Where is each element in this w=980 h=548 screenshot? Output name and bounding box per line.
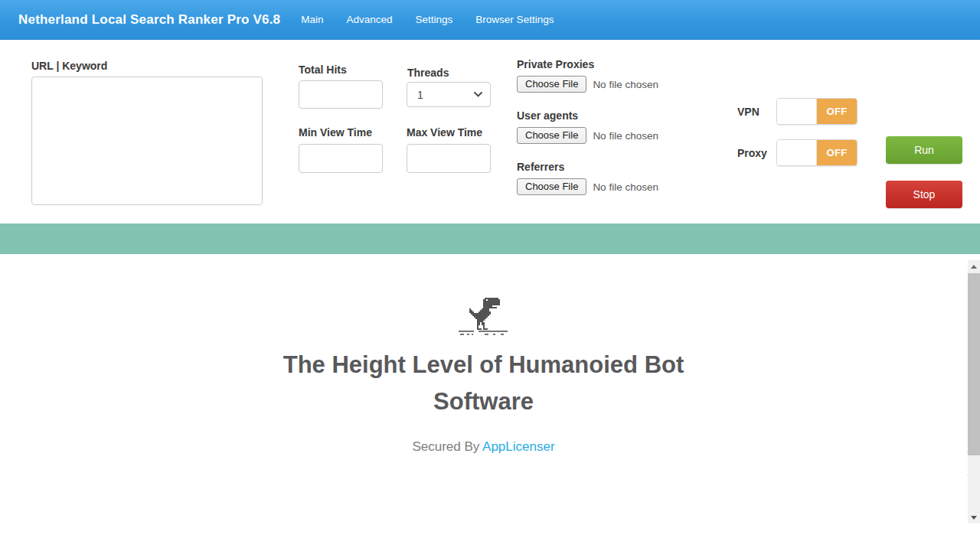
- browser-toolbar: [0, 223, 980, 254]
- dino-icon: [459, 298, 509, 336]
- vpn-toggle-state: OFF: [817, 99, 857, 124]
- min-view-time-input[interactable]: [299, 144, 383, 173]
- url-keyword-label: URL | Keyword: [31, 60, 107, 72]
- nav-item-browser-settings[interactable]: Browser Settings: [464, 9, 565, 30]
- nav-item-settings[interactable]: Settings: [404, 9, 465, 30]
- vpn-label: VPN: [737, 106, 760, 118]
- threads-label: Threads: [407, 67, 449, 79]
- referrers-label: Referrers: [517, 161, 564, 173]
- main-nav: Main Advanced Settings Browser Settings: [289, 9, 565, 30]
- chevron-down-icon: [474, 92, 482, 97]
- vertical-scrollbar[interactable]: [968, 260, 980, 524]
- private-proxies-label: Private Proxies: [517, 58, 594, 70]
- user-agents-file-status: No file chosen: [593, 130, 658, 142]
- proxy-label: Proxy: [737, 147, 767, 159]
- nav-item-advanced[interactable]: Advanced: [335, 9, 404, 30]
- min-view-time-label: Min View Time: [299, 126, 372, 139]
- run-button[interactable]: Run: [886, 136, 962, 164]
- max-view-time-input[interactable]: [407, 144, 491, 173]
- total-hits-label: Total Hits: [299, 64, 347, 76]
- private-proxies-choose-file-button[interactable]: Choose File: [517, 76, 586, 93]
- page-heading: The Height Level of Humanoied Bot Softwa…: [239, 347, 729, 420]
- vpn-toggle[interactable]: OFF: [776, 98, 858, 125]
- proxy-toggle-state: OFF: [817, 140, 857, 165]
- private-proxies-file-status: No file chosen: [593, 79, 658, 90]
- referrers-file-status: No file chosen: [593, 181, 658, 193]
- url-keyword-textarea[interactable]: [31, 77, 263, 205]
- app-title: Netherland Local Search Ranker Pro V6.8: [18, 12, 280, 28]
- referrers-file-row: Choose File No file chosen: [517, 178, 658, 195]
- user-agents-label: User agents: [517, 109, 578, 122]
- scroll-down-icon: [971, 516, 977, 520]
- applicenser-link[interactable]: AppLicenser: [482, 439, 555, 454]
- vpn-toggle-knob: [777, 99, 817, 124]
- scroll-up-icon: [971, 265, 977, 269]
- user-agents-choose-file-button[interactable]: Choose File: [517, 127, 586, 144]
- scroll-up-button[interactable]: [968, 260, 980, 272]
- private-proxies-file-row: Choose File No file chosen: [517, 76, 658, 93]
- secured-by-line: Secured By AppLicenser: [0, 439, 967, 455]
- scroll-down-button[interactable]: [968, 511, 980, 524]
- threads-selected-value: 1: [417, 89, 423, 101]
- app-window: Netherland Local Search Ranker Pro V6.8 …: [0, 0, 980, 548]
- top-navbar: Netherland Local Search Ranker Pro V6.8 …: [0, 0, 980, 40]
- user-agents-file-row: Choose File No file chosen: [517, 127, 658, 144]
- total-hits-input[interactable]: [299, 80, 383, 109]
- browser-viewport: The Height Level of Humanoied Bot Softwa…: [0, 254, 967, 548]
- secured-by-text: Secured By: [412, 439, 482, 454]
- proxy-toggle-knob: [777, 140, 817, 165]
- threads-select[interactable]: 1: [407, 82, 491, 107]
- max-view-time-label: Max View Time: [407, 126, 482, 139]
- stop-button[interactable]: Stop: [886, 181, 962, 208]
- control-panel: URL | Keyword Total Hits Threads 1 Min V…: [0, 40, 980, 223]
- scrollbar-thumb[interactable]: [968, 273, 980, 455]
- proxy-toggle[interactable]: OFF: [776, 139, 858, 166]
- nav-item-main[interactable]: Main: [289, 9, 335, 30]
- referrers-choose-file-button[interactable]: Choose File: [517, 178, 586, 195]
